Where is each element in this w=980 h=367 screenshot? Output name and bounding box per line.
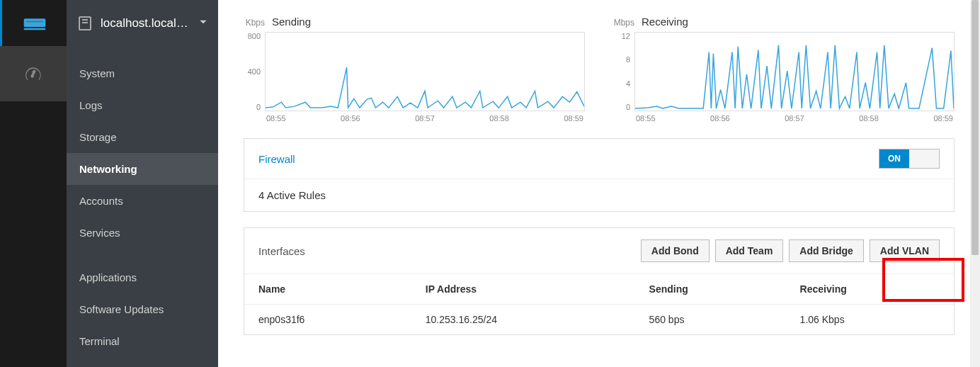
scrollbar[interactable] bbox=[970, 0, 980, 367]
col-ip: IP Address bbox=[411, 274, 635, 305]
cell-name: enp0s31f6 bbox=[244, 305, 411, 335]
sidebar-item-logs[interactable]: Logs bbox=[67, 89, 218, 121]
add-team-button[interactable]: Add Team bbox=[715, 239, 784, 262]
add-bridge-button[interactable]: Add Bridge bbox=[789, 239, 863, 262]
chart-sending-yaxis: 800 400 0 bbox=[244, 32, 265, 111]
interfaces-title: Interfaces bbox=[258, 245, 305, 257]
sidebar-nav: System Logs Storage Networking Accounts … bbox=[67, 46, 218, 357]
dashboard-icon[interactable] bbox=[0, 46, 67, 101]
cell-ip: 10.253.16.25/24 bbox=[411, 305, 635, 335]
col-sending: Sending bbox=[635, 274, 786, 305]
add-bond-button[interactable]: Add Bond bbox=[641, 239, 710, 262]
sidebar-item-storage[interactable]: Storage bbox=[67, 121, 218, 153]
sidebar-item-accounts[interactable]: Accounts bbox=[67, 185, 218, 217]
chevron-down-icon bbox=[198, 17, 208, 29]
chart-sending-xaxis: 08:55 08:56 08:57 08:58 08:59 bbox=[265, 114, 585, 123]
firewall-link[interactable]: Firewall bbox=[258, 153, 295, 165]
col-receiving: Receiving bbox=[786, 274, 954, 305]
sidebar-item-networking[interactable]: Networking bbox=[67, 153, 218, 185]
sidebar-item-terminal[interactable]: Terminal bbox=[67, 325, 218, 357]
svg-rect-2 bbox=[23, 28, 45, 30]
host-selector[interactable]: localhost.local… bbox=[67, 0, 218, 46]
sidebar-item-applications[interactable]: Applications bbox=[67, 261, 218, 293]
interfaces-panel: Interfaces Add Bond Add Team Add Bridge … bbox=[244, 227, 955, 335]
icon-sidebar bbox=[0, 0, 67, 367]
firewall-toggle-off bbox=[909, 149, 939, 168]
sidebar: localhost.local… System Logs Storage Net… bbox=[67, 0, 218, 367]
server-icon[interactable] bbox=[0, 0, 67, 46]
chart-sending-title: Sending bbox=[272, 16, 311, 28]
sidebar-item-services[interactable]: Services bbox=[67, 217, 218, 249]
chart-sending-plot bbox=[265, 32, 585, 111]
cell-sending: 560 bps bbox=[635, 305, 786, 335]
chart-receiving-yaxis: 12 8 4 0 bbox=[613, 32, 634, 111]
svg-rect-0 bbox=[23, 18, 45, 27]
hostname-label: localhost.local… bbox=[101, 16, 191, 30]
col-name: Name bbox=[244, 274, 411, 305]
sidebar-item-system[interactable]: System bbox=[67, 57, 218, 89]
chart-receiving-plot bbox=[634, 32, 955, 111]
cell-receiving: 1.06 Kbps bbox=[786, 305, 954, 335]
chart-receiving: Mbps Receiving 12 8 4 0 bbox=[613, 16, 955, 123]
chart-receiving-xaxis: 08:55 08:56 08:57 08:58 08:59 bbox=[634, 114, 955, 123]
chart-sending-unit: Kbps bbox=[244, 18, 265, 28]
chart-receiving-unit: Mbps bbox=[613, 18, 634, 28]
table-row[interactable]: enp0s31f6 10.253.16.25/24 560 bps 1.06 K… bbox=[244, 305, 954, 335]
firewall-panel: Firewall ON 4 Active Rules bbox=[244, 138, 955, 212]
svg-rect-1 bbox=[26, 21, 43, 22]
interfaces-table: Name IP Address Sending Receiving enp0s3… bbox=[244, 274, 954, 334]
sidebar-item-software-updates[interactable]: Software Updates bbox=[67, 293, 218, 325]
add-vlan-button[interactable]: Add VLAN bbox=[870, 239, 940, 262]
chart-receiving-title: Receiving bbox=[642, 16, 688, 28]
main-content: Kbps Sending 800 400 0 bbox=[218, 0, 980, 367]
firewall-toggle-on: ON bbox=[879, 149, 909, 168]
firewall-toggle[interactable]: ON bbox=[879, 149, 940, 169]
firewall-rules-text: 4 Active Rules bbox=[258, 189, 326, 201]
chart-sending: Kbps Sending 800 400 0 bbox=[244, 16, 585, 123]
